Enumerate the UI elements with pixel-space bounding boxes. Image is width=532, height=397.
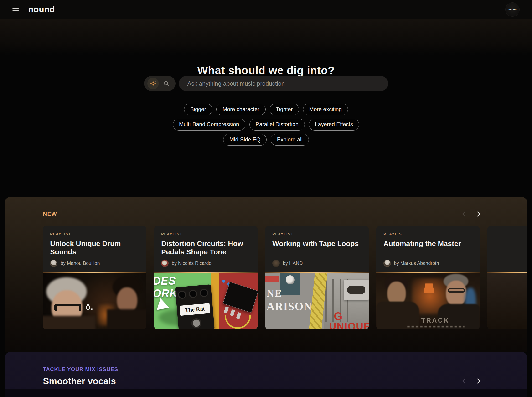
card-text-area — [487, 226, 527, 272]
thumb-overlay-text: DES — [154, 274, 176, 287]
sparkle-icon — [149, 80, 157, 87]
thumb-overlay-text: ARISON — [267, 300, 312, 313]
avatar-logo-text: nound — [508, 8, 516, 11]
card-title: Automating the Master — [383, 239, 473, 248]
gold-divider — [487, 272, 527, 273]
chip-more-exciting[interactable]: More exciting — [303, 104, 348, 115]
author-name: by Nicolás Ricardo — [172, 261, 212, 266]
playlist-card-working-with-tape-loops[interactable]: PLAYLIST Working with Tape Loops by HAND — [265, 226, 369, 329]
new-section-label: NEW — [43, 211, 57, 217]
hero-gradient-band — [0, 19, 532, 55]
chip-explore-all[interactable]: Explore all — [271, 134, 309, 146]
chevron-left-icon — [460, 378, 467, 385]
section-bottom-strip — [5, 389, 527, 397]
chip-tighter[interactable]: Tighter — [270, 104, 299, 115]
card-byline: by Manou Bouillon — [50, 260, 139, 267]
search-icon — [163, 81, 170, 87]
card-kind-label: PLAYLIST — [50, 232, 139, 236]
author-name: by Manou Bouillon — [61, 261, 100, 266]
ai-mode-button[interactable] — [147, 78, 159, 89]
chevron-right-icon — [475, 378, 482, 385]
thumb-overlay-text: UNIQUE — [329, 321, 369, 329]
mix-issues-section: TACKLE YOUR MIX ISSUES Smoother vocals — [5, 352, 527, 397]
mix-carousel-next-button[interactable] — [474, 377, 483, 385]
card-byline: by Nicolás Ricardo — [161, 260, 250, 267]
keyword-mode-button[interactable] — [161, 78, 172, 89]
chevron-left-icon — [460, 211, 467, 217]
menu-icon[interactable] — [12, 5, 22, 14]
mix-carousel-prev-button[interactable] — [459, 377, 468, 385]
playlist-card-automating-the-master[interactable]: PLAYLIST Automating the Master by Markus… — [376, 226, 480, 329]
card-title: Working with Tape Loops — [272, 239, 361, 248]
mix-section-label: TACKLE YOUR MIX ISSUES — [5, 352, 527, 372]
card-title: Unlock Unique Drum Sounds — [50, 239, 139, 256]
card-thumbnail — [487, 273, 527, 329]
chip-more-character[interactable]: More character — [216, 104, 266, 115]
top-bar: nound nound — [0, 0, 532, 19]
card-text-area: PLAYLIST Working with Tape Loops by HAND — [265, 226, 369, 272]
search-input[interactable] — [179, 76, 388, 91]
new-section-header: NEW — [5, 197, 527, 218]
suggestion-chips: Bigger More character Tighter More excit… — [0, 104, 532, 146]
thumb-overlay-text: NE — [267, 287, 282, 299]
card-byline: by HAND — [272, 260, 361, 267]
thumb-overlay-text: TRACK — [421, 317, 450, 324]
brand-logo: nound — [28, 5, 55, 15]
card-kind-label: PLAYLIST — [161, 232, 250, 236]
page-title: What should we dig into? — [0, 64, 532, 77]
new-section: NEW PLAYLIST Unlock Unique Drum Sounds — [5, 197, 527, 352]
chip-row: Bigger More character Tighter More excit… — [184, 104, 348, 115]
chip-multi-band-compression[interactable]: Multi-Band Compression — [173, 118, 245, 130]
card-kind-label: PLAYLIST — [272, 232, 361, 236]
card-thumbnail: NE ARISON G UNIQUE — [265, 273, 369, 329]
mix-carousel-arrows — [459, 377, 483, 385]
search-row — [0, 76, 532, 91]
user-avatar[interactable]: nound — [505, 2, 520, 17]
playlist-cards-row: PLAYLIST Unlock Unique Drum Sounds by Ma… — [5, 226, 527, 329]
card-text-area: PLAYLIST Distortion Circuits: How Pedals… — [154, 226, 257, 272]
thumb-overlay-text: ö. — [85, 302, 93, 312]
author-avatar — [161, 260, 169, 267]
playlist-card-partial[interactable] — [487, 226, 527, 329]
card-title: Distortion Circuits: How Pedals Shape To… — [161, 239, 250, 256]
playlist-card-unlock-unique-drum-sounds[interactable]: PLAYLIST Unlock Unique Drum Sounds by Ma… — [43, 226, 147, 329]
search-mode-toggle — [144, 76, 176, 91]
chevron-right-icon — [475, 211, 482, 217]
carousel-arrows — [459, 210, 483, 218]
author-avatar — [272, 260, 280, 267]
card-byline: by Markus Abendroth — [383, 260, 473, 267]
gold-divider — [376, 272, 480, 273]
author-avatar — [383, 260, 391, 267]
author-name: by HAND — [283, 261, 303, 266]
chip-parallel-distortion[interactable]: Parallel Distortion — [249, 118, 305, 130]
chip-row: Multi-Band Compression Parallel Distorti… — [173, 118, 359, 130]
mix-section-title: Smoother vocals — [5, 372, 527, 386]
carousel-next-button[interactable] — [474, 210, 483, 218]
card-text-area: PLAYLIST Unlock Unique Drum Sounds by Ma… — [43, 226, 147, 272]
chip-layered-effects[interactable]: Layered Effects — [309, 118, 359, 130]
author-name: by Markus Abendroth — [394, 261, 439, 266]
page: nound nound What should we dig into? — [0, 0, 532, 397]
playlist-card-distortion-circuits[interactable]: PLAYLIST Distortion Circuits: How Pedals… — [154, 226, 257, 329]
chip-bigger[interactable]: Bigger — [184, 104, 212, 115]
chip-row: Mid-Side EQ Explore all — [223, 134, 309, 146]
card-thumbnail: DES ORK? The Rat — [154, 273, 257, 329]
card-thumbnail: ö. — [43, 273, 147, 329]
author-avatar — [50, 260, 57, 267]
card-kind-label: PLAYLIST — [383, 232, 473, 236]
gold-divider — [43, 272, 147, 273]
chip-mid-side-eq[interactable]: Mid-Side EQ — [223, 134, 267, 146]
carousel-prev-button[interactable] — [459, 210, 468, 218]
card-text-area: PLAYLIST Automating the Master by Markus… — [376, 226, 480, 272]
card-thumbnail: TRACK — [376, 273, 480, 329]
gold-divider — [154, 272, 257, 273]
gold-divider — [265, 272, 369, 273]
pedal-label-text: The Rat — [180, 303, 210, 316]
